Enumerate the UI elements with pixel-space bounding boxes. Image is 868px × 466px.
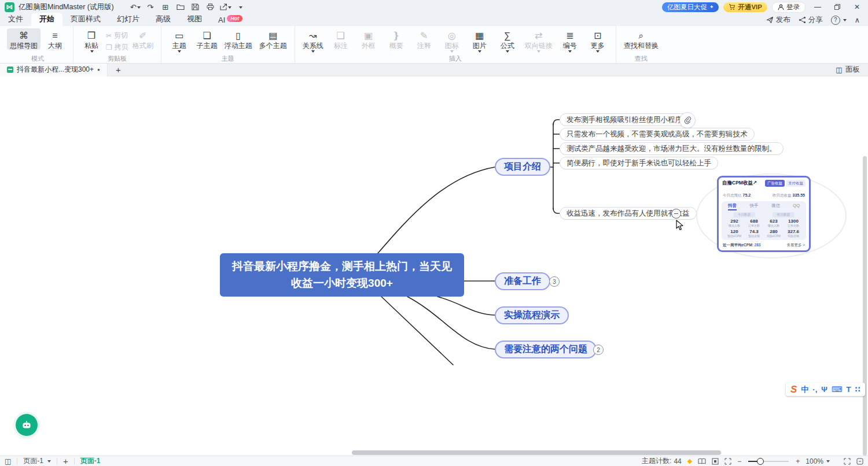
open-file-button[interactable] — [174, 2, 187, 12]
ai-assistant-button[interactable] — [16, 414, 38, 436]
vertical-scrollbar[interactable] — [863, 156, 867, 456]
save-button[interactable] — [189, 2, 202, 12]
multiple-topics-button[interactable]: ▤ 多个主题 — [256, 28, 290, 50]
mindmaster-window: ⋈ 亿图脑图MindMaster (试用版) ↶ ↷ ⊞ 亿图夏日大促 — [0, 0, 868, 466]
numbering-button[interactable]: ≣ 编号 — [557, 28, 583, 54]
menu-tab-home[interactable]: 开始 — [31, 13, 62, 26]
page-selector[interactable]: 页面-1 — [23, 456, 51, 466]
branch-node-project-intro[interactable]: 项目介绍 — [495, 158, 550, 176]
paste-dropdown-caret[interactable] — [90, 50, 94, 54]
customize-toolbar-button[interactable] — [234, 2, 247, 12]
menu-tab-page-style[interactable]: 页面样式 — [62, 13, 109, 26]
menu-tab-slideshow[interactable]: 幻灯片 — [109, 13, 148, 26]
collapsed-count-badge[interactable]: 2 — [593, 345, 604, 355]
print-button[interactable] — [204, 2, 217, 12]
ime-language-toggle[interactable]: 中 — [801, 384, 808, 395]
floating-topic-button[interactable]: ▯ 浮动主题 — [222, 28, 255, 50]
active-page-tab[interactable]: 页面-1 — [80, 456, 101, 466]
ime-microphone-icon[interactable]: Ψ — [821, 385, 827, 394]
add-page-button[interactable]: + — [63, 456, 68, 466]
pages-view-button[interactable] — [698, 458, 706, 465]
collapse-ribbon-button[interactable]: ∧ — [855, 16, 860, 24]
publish-button[interactable]: 发布 — [766, 15, 790, 25]
floating-topic-icon: ▯ — [236, 30, 241, 42]
marker-button[interactable]: ◎ 图标 — [439, 28, 465, 54]
export-button[interactable] — [219, 2, 232, 12]
topic-dropdown-caret[interactable] — [178, 50, 181, 54]
restore-button[interactable] — [830, 1, 845, 13]
branch-node-issues[interactable]: 需要注意的两个问题 — [495, 341, 597, 358]
minimize-button[interactable]: — — [810, 1, 825, 13]
subtopic-node[interactable]: 简便易行，即使对于新手来说也可以轻松上手 — [560, 157, 718, 169]
subtopic-node[interactable]: 测试类产品越来越受欢迎，市场潜力巨大。没有粉丝数量的限制。 — [560, 142, 784, 155]
ime-punctuation-icon[interactable]: ·, — [812, 385, 817, 394]
menu-tab-view[interactable]: 视图 — [179, 13, 210, 26]
mindmap-canvas[interactable]: 抖音最新小程序撸金，测手相上热门，当天见收益一小时变现300+ 项目介绍 发布测… — [0, 76, 868, 456]
fullscreen-button[interactable] — [844, 458, 851, 465]
subtopic-button[interactable]: ❏ 子主题 — [194, 28, 220, 50]
zoom-in-button[interactable]: + — [796, 457, 800, 465]
two-way-link-button[interactable]: ⇄ 双向链接 — [522, 28, 556, 54]
summer-promo-badge[interactable]: 亿图夏日大促 ✦ — [662, 2, 719, 12]
panel-toggle-button[interactable]: ◫ 面板 — [836, 65, 868, 75]
expand-view-button[interactable] — [724, 458, 731, 465]
find-replace-button[interactable]: ⌕ 查找和替换 — [621, 28, 661, 50]
callout-button[interactable]: ❑ 标注 — [328, 28, 354, 50]
page-panel-icon[interactable]: ◫ — [5, 457, 11, 465]
relationship-line-button[interactable]: ↝ 关系线 — [300, 28, 326, 54]
format-painter-button[interactable]: ✐ 格式刷 — [130, 28, 156, 50]
comment-button[interactable]: ✎ 注释 — [411, 28, 437, 50]
ime-toolbox-icon[interactable]: ∷ — [855, 385, 860, 394]
outline-mode-button[interactable]: ≡ 大纲 — [42, 28, 68, 50]
cut-button[interactable]: ✂ 剪切 — [106, 31, 128, 40]
undo-button[interactable]: ↶ — [129, 2, 142, 12]
login-button[interactable]: 登录 — [772, 2, 806, 13]
menu-tab-ai[interactable]: AI Hot — [210, 14, 251, 26]
new-document-button[interactable]: ⊞ — [159, 2, 172, 12]
gem-icon[interactable]: ◆ — [687, 457, 692, 465]
horizontal-scrollbar[interactable] — [352, 450, 721, 455]
new-tab-button[interactable]: + — [116, 65, 121, 75]
subtopic-node[interactable]: 只需发布一个视频，不需要美观或高级，不需要剪辑技术 — [560, 128, 755, 140]
subtopic-node[interactable]: 发布测手相视频吸引粉丝使用小程序 — [560, 113, 689, 126]
undo-dropdown-caret[interactable] — [137, 6, 141, 10]
branch-node-preparation[interactable]: 准备工作 — [495, 272, 550, 290]
zoom-slider-knob[interactable] — [757, 458, 764, 465]
share-button[interactable]: 分享 — [799, 15, 823, 25]
collapsed-count-badge[interactable]: 3 — [549, 276, 560, 287]
central-topic-node[interactable]: 抖音最新小程序撸金，测手相上热门，当天见收益一小时变现300+ — [220, 253, 464, 297]
document-tab[interactable]: 抖音最新小程...变现300+ ● — [0, 64, 108, 76]
more-insert-button[interactable]: ⊡ 更多 — [584, 28, 611, 54]
close-button[interactable]: ✕ — [849, 1, 865, 13]
callout-icon: ❑ — [337, 30, 345, 42]
export-dropdown-caret[interactable] — [228, 6, 231, 10]
quick-access-toolbar: ↶ ↷ ⊞ — [129, 2, 247, 12]
picture-button[interactable]: ▦ 图片 — [466, 28, 493, 54]
boundary-button[interactable]: ▣ 外框 — [355, 28, 382, 50]
menu-tab-advanced[interactable]: 高级 — [148, 13, 179, 26]
summary-button[interactable]: ❵ 概要 — [383, 28, 410, 50]
hide-panel-button[interactable] — [856, 458, 863, 465]
help-button[interactable]: ? — [831, 16, 847, 25]
paste-button[interactable]: ❒ 粘贴 — [78, 28, 105, 54]
hyperlink-attachment-button[interactable] — [679, 112, 696, 128]
group-label-insert: 插入 — [449, 55, 462, 62]
collapse-branch-toggle[interactable] — [671, 209, 681, 219]
fit-to-screen-button[interactable] — [712, 458, 719, 465]
open-vip-button[interactable]: 开通VIP — [723, 2, 767, 12]
group-label-find: 查找 — [635, 55, 648, 62]
menu-tab-file[interactable]: 文件 — [0, 13, 31, 26]
ime-keyboard-icon[interactable]: ⌨ — [832, 385, 843, 394]
zoom-out-button[interactable]: − — [737, 457, 741, 465]
cpm-revenue-image-card[interactable]: 自撸CPM收益↗ 广告收益 支付收益 今日总预估75.2 昨日总收益335.55… — [717, 176, 811, 252]
topic-button[interactable]: ▭ 主题 — [166, 28, 193, 54]
redo-button[interactable]: ↷ — [144, 2, 157, 12]
branch-node-demo[interactable]: 实操流程演示 — [495, 306, 569, 324]
ime-skin-icon[interactable]: T — [847, 385, 851, 394]
copy-button[interactable]: ❐ 拷贝 — [106, 42, 128, 52]
formula-button[interactable]: ∑ 公式 — [494, 28, 521, 54]
sogou-logo-icon[interactable]: S — [790, 384, 797, 395]
mind-map-mode-button[interactable]: ⌘ 思维导图 — [7, 28, 41, 50]
zoom-level-selector[interactable]: 100% — [806, 457, 830, 465]
zoom-slider[interactable] — [748, 461, 789, 462]
